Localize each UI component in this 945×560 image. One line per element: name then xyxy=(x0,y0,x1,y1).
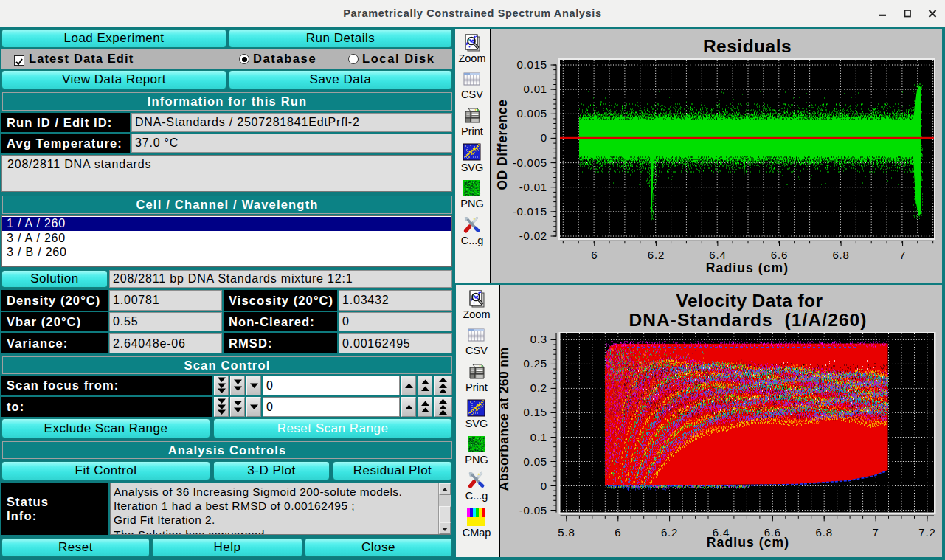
svg-text:6: 6 xyxy=(591,249,598,261)
svg-text:0.2: 0.2 xyxy=(530,381,547,394)
svg-text:0.05: 0.05 xyxy=(524,455,547,468)
svg-text:6: 6 xyxy=(615,526,621,539)
svg-text:0: 0 xyxy=(541,480,547,492)
svg-text:0.005: 0.005 xyxy=(516,107,547,120)
svg-text:Velocity Data for: Velocity Data for xyxy=(676,291,823,311)
svg-text:0.15: 0.15 xyxy=(524,406,547,418)
svg-text:0.1: 0.1 xyxy=(530,431,547,443)
svg-text:6.4: 6.4 xyxy=(709,249,726,261)
svg-text:7.2: 7.2 xyxy=(918,526,935,539)
svg-text:Absorbance at 260 nm: Absorbance at 260 nm xyxy=(500,348,511,491)
svg-text:OD Difference: OD Difference xyxy=(495,99,510,190)
svg-text:7: 7 xyxy=(899,249,906,261)
svg-text:0.25: 0.25 xyxy=(524,357,547,370)
svg-text:-0.02: -0.02 xyxy=(519,229,547,242)
svg-text:Radius (cm): Radius (cm) xyxy=(706,260,789,275)
svg-text:5.8: 5.8 xyxy=(558,526,575,539)
svg-text:-0.05: -0.05 xyxy=(519,504,547,516)
svg-text:7: 7 xyxy=(873,526,879,539)
svg-text:0.3: 0.3 xyxy=(530,333,547,345)
svg-text:DNA-Standards (1/A/260): DNA-Standards (1/A/260) xyxy=(629,310,867,330)
svg-text:6.2: 6.2 xyxy=(648,249,665,261)
svg-text:6.2: 6.2 xyxy=(661,526,678,539)
svg-text:-0.015: -0.015 xyxy=(513,205,547,218)
svg-text:-0.005: -0.005 xyxy=(513,156,547,169)
svg-text:6.8: 6.8 xyxy=(816,526,833,539)
svg-text:Radius (cm): Radius (cm) xyxy=(707,535,789,550)
svg-text:6.6: 6.6 xyxy=(771,249,788,261)
svg-text:-0.01: -0.01 xyxy=(519,181,547,193)
svg-text:0: 0 xyxy=(541,131,547,144)
svg-text:Residuals: Residuals xyxy=(703,36,792,56)
svg-text:6.8: 6.8 xyxy=(832,249,849,261)
svg-text:0.015: 0.015 xyxy=(516,58,547,71)
svg-text:0.01: 0.01 xyxy=(524,83,547,95)
